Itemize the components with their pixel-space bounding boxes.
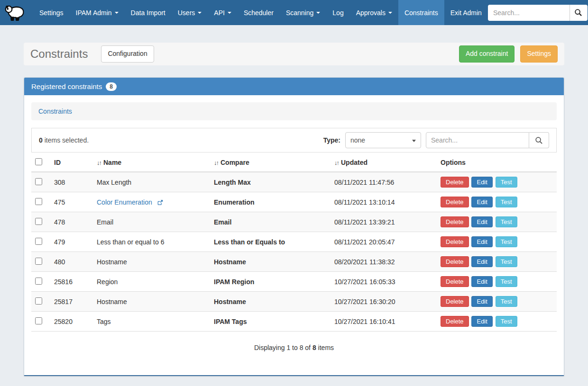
column-header-id: ID [50, 153, 93, 172]
test-button[interactable]: Test [496, 256, 517, 267]
type-filter-label: Type: [323, 136, 340, 144]
caret-down-icon [115, 12, 119, 14]
nav-item-approvals[interactable]: Approvals [350, 0, 398, 25]
table-row: 25816 Region IPAM Region 10/27/2021 16:0… [31, 272, 557, 292]
row-name-cell: Hostname [93, 252, 210, 272]
table-row: 25820 Tags IPAM Tags 10/27/2021 16:10:41… [31, 312, 557, 332]
column-header-name[interactable]: ↓↑Name [93, 153, 210, 172]
nav-item-data-import[interactable]: Data Import [125, 0, 172, 25]
add-constraint-button[interactable]: Add constraint [459, 45, 515, 63]
table-search-input[interactable] [426, 132, 529, 148]
nav-item-exit-admin[interactable]: Exit Admin [444, 0, 488, 25]
panda-logo[interactable] [4, 0, 27, 25]
row-name: Region [97, 278, 118, 286]
select-all-checkbox[interactable] [35, 158, 42, 165]
row-checkbox[interactable] [35, 238, 42, 245]
caret-down-icon [412, 140, 416, 142]
table-footer: Displaying 1 to 8 of 8 items [31, 344, 557, 351]
row-checkbox[interactable] [35, 297, 42, 305]
delete-button[interactable]: Delete [441, 296, 469, 307]
nav-item-log[interactable]: Log [326, 0, 349, 25]
type-select[interactable]: none [345, 132, 421, 148]
test-button[interactable]: Test [496, 197, 517, 207]
table-toolbar: 0 items selected. Type: none [31, 128, 557, 153]
configuration-button[interactable]: Configuration [101, 45, 154, 63]
page-heading-bar: Constraints Configuration Add constraint… [24, 43, 564, 65]
panda-logo-icon [4, 3, 27, 23]
delete-button[interactable]: Delete [441, 316, 469, 327]
row-compare: Hostname [210, 252, 331, 272]
row-checkbox[interactable] [35, 218, 42, 225]
row-name: Email [97, 218, 113, 226]
panel-header: Registered constraints 8 [24, 78, 564, 95]
nav-item-ipam-admin[interactable]: IPAM Admin [70, 0, 125, 25]
row-name: Hostname [97, 298, 127, 305]
registered-constraints-panel: Registered constraints 8 Constraints 0 i… [24, 77, 564, 376]
row-id: 25817 [50, 292, 93, 312]
row-compare: Email [210, 212, 331, 232]
test-button[interactable]: Test [496, 177, 517, 188]
edit-button[interactable]: Edit [471, 216, 492, 227]
test-button[interactable]: Test [496, 236, 517, 247]
row-name-cell: Less than or equal to 6 [93, 232, 210, 252]
navbar-search-button[interactable] [570, 5, 588, 21]
row-id: 478 [50, 212, 93, 232]
table-row: 25817 Hostname Hostname 10/27/2021 16:30… [31, 292, 557, 312]
navbar-search-group [488, 5, 588, 21]
table-row: 479 Less than or equal to 6 Less than or… [31, 232, 557, 252]
delete-button[interactable]: Delete [441, 216, 469, 227]
row-checkbox[interactable] [35, 317, 42, 324]
edit-button[interactable]: Edit [471, 197, 492, 207]
row-id: 479 [50, 232, 93, 252]
test-button[interactable]: Test [496, 276, 517, 287]
nav-item-constraints[interactable]: Constraints [398, 0, 444, 25]
row-compare: IPAM Tags [210, 312, 331, 332]
caret-down-icon [316, 12, 320, 14]
nav-item-settings[interactable]: Settings [33, 0, 70, 25]
table-row: 480 Hostname Hostname 08/20/2021 11:38:3… [31, 252, 557, 272]
test-button[interactable]: Test [496, 216, 517, 227]
table-row: 308 Max Length Length Max 08/11/2021 11:… [31, 172, 557, 192]
edit-button[interactable]: Edit [471, 316, 492, 327]
row-updated: 10/27/2021 16:10:41 [331, 312, 437, 332]
row-name-cell: Email [93, 212, 210, 232]
row-name: Tags [97, 318, 111, 325]
row-checkbox[interactable] [35, 198, 42, 205]
edit-button[interactable]: Edit [471, 256, 492, 267]
row-name-cell: Region [93, 272, 210, 292]
table-search-button[interactable] [529, 132, 549, 148]
row-name-cell: Max Length [93, 172, 210, 192]
table-row: 478 Email Email 08/11/2021 13:39:21 Dele… [31, 212, 557, 232]
delete-button[interactable]: Delete [441, 276, 469, 287]
breadcrumb: Constraints [31, 102, 557, 120]
edit-button[interactable]: Edit [471, 276, 492, 287]
row-checkbox[interactable] [35, 278, 42, 285]
row-checkbox[interactable] [35, 258, 42, 265]
row-compare: Hostname [210, 292, 331, 312]
row-updated: 08/11/2021 13:39:21 [331, 212, 437, 232]
settings-button[interactable]: Settings [520, 45, 558, 63]
nav-item-users[interactable]: Users [172, 0, 208, 25]
breadcrumb-constraints-link[interactable]: Constraints [38, 108, 72, 115]
row-name: Less than or equal to 6 [97, 238, 164, 246]
nav-item-api[interactable]: API [208, 0, 238, 25]
column-header-updated[interactable]: ↓↑Updated [331, 153, 437, 172]
edit-button[interactable]: Edit [471, 296, 492, 307]
navbar-search-input[interactable] [488, 5, 570, 21]
delete-button[interactable]: Delete [441, 256, 469, 267]
delete-button[interactable]: Delete [441, 197, 469, 207]
row-name[interactable]: Color Enumeration [97, 198, 152, 206]
test-button[interactable]: Test [496, 316, 517, 327]
test-button[interactable]: Test [496, 296, 517, 307]
delete-button[interactable]: Delete [441, 177, 469, 188]
nav-item-scanning[interactable]: Scanning [280, 0, 326, 25]
constraints-table: ID ↓↑Name ↓↑Compare ↓↑Updated Options 30… [31, 153, 557, 332]
caret-down-icon [198, 12, 202, 14]
edit-button[interactable]: Edit [471, 177, 492, 188]
delete-button[interactable]: Delete [441, 236, 469, 247]
row-checkbox[interactable] [35, 178, 42, 185]
column-header-compare[interactable]: ↓↑Compare [210, 153, 331, 172]
magnifier-icon [535, 136, 543, 144]
edit-button[interactable]: Edit [471, 236, 492, 247]
nav-item-scheduler[interactable]: Scheduler [238, 0, 280, 25]
